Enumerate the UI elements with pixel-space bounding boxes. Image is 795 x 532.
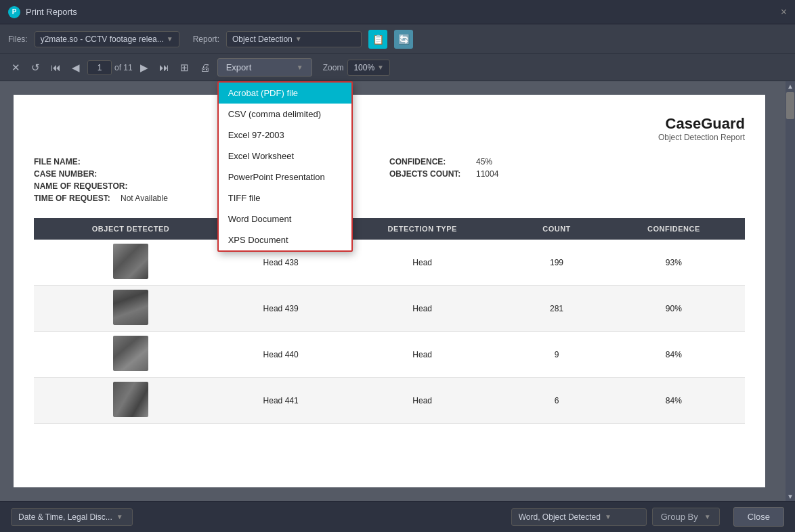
toolbar-row: ✕ ↺ ⏮ ◀ of 11 ▶ ⏭ ⊞ 🖨 Export ▼ Acrobat (… bbox=[0, 54, 795, 81]
info-objects-count: OBJECTS COUNT: 11004 bbox=[389, 168, 745, 180]
sort-chevron-icon: ▼ bbox=[605, 513, 611, 520]
sort-value: Word, Object Detected bbox=[519, 512, 601, 522]
report-value: Object Detection bbox=[232, 35, 293, 44]
report-subtitle: Object Detection Report bbox=[34, 133, 745, 142]
report-info: FILE NAME: CASE NUMBER: NAME OF REQUESTO… bbox=[34, 156, 745, 204]
table-header-row: OBJECT DETECTED NAME DETECTION TYPE COUN… bbox=[34, 218, 745, 240]
report-header: CaseGuard Object Detection Report bbox=[34, 115, 745, 142]
col-count: COUNT bbox=[511, 218, 603, 240]
window-close-button[interactable]: × bbox=[781, 7, 787, 18]
cell-type-3: Head bbox=[334, 332, 511, 378]
cell-type-2: Head bbox=[334, 286, 511, 332]
bottom-right: Word, Object Detected ▼ Group By ▼ Close bbox=[511, 507, 784, 527]
info-objectscount-label: OBJECTS COUNT: bbox=[389, 169, 471, 179]
scrollbar-thumb[interactable] bbox=[786, 92, 794, 119]
export-item-excel97[interactable]: Excel 97-2003 bbox=[219, 125, 351, 146]
close-toolbar-button[interactable]: ✕ bbox=[8, 59, 24, 76]
cell-type-1: Head bbox=[334, 240, 511, 286]
export-item-tiff[interactable]: TIFF file bbox=[219, 187, 351, 208]
cell-count-4: 6 bbox=[511, 378, 603, 424]
report-icon-btn-1[interactable]: 📋 bbox=[368, 30, 387, 49]
export-button[interactable]: Export ▼ bbox=[217, 58, 312, 76]
info-timerequest-value: Not Available bbox=[121, 194, 168, 203]
cell-count-3: 9 bbox=[511, 332, 603, 378]
page-navigation: of 11 bbox=[87, 60, 133, 75]
print-button[interactable]: 🖨 bbox=[196, 59, 213, 76]
info-casenumber-label: CASE NUMBER: bbox=[34, 169, 115, 179]
cell-thumb-1 bbox=[34, 240, 228, 286]
filter-chevron-icon: ▼ bbox=[116, 513, 123, 520]
app-icon: P bbox=[8, 6, 20, 18]
cell-thumb-2 bbox=[34, 286, 228, 332]
thumbnail-2 bbox=[113, 290, 148, 325]
export-item-ppt[interactable]: PowerPoint Presentation bbox=[219, 167, 351, 187]
thumbnail-4 bbox=[113, 382, 148, 417]
zoom-label: Zoom bbox=[323, 63, 344, 72]
table-row: Head 440 Head 9 84% bbox=[34, 332, 745, 378]
scrollbar[interactable]: ▲ ▼ bbox=[786, 81, 795, 501]
export-item-csv[interactable]: CSV (comma delimited) bbox=[219, 104, 351, 125]
cell-name-2: Head 439 bbox=[228, 286, 334, 332]
zoom-dropdown[interactable]: 100% ▼ bbox=[347, 60, 390, 76]
info-filename-label: FILE NAME: bbox=[34, 157, 115, 167]
report-label: Report: bbox=[193, 35, 219, 44]
cell-thumb-4 bbox=[34, 378, 228, 424]
cell-thumb-3 bbox=[34, 332, 228, 378]
first-page-button[interactable]: ⏮ bbox=[47, 59, 64, 76]
table-row: Head 438 Head 199 93% bbox=[34, 240, 745, 286]
bottom-left: Date & Time, Legal Disc... ▼ bbox=[11, 508, 133, 526]
export-item-pdf[interactable]: Acrobat (PDF) file bbox=[219, 83, 351, 104]
title-bar: P Print Reports × bbox=[0, 0, 795, 24]
export-item-xps[interactable]: XPS Document bbox=[219, 229, 351, 250]
info-confidence-label: CONFIDENCE: bbox=[389, 157, 471, 167]
col-object-detected: OBJECT DETECTED bbox=[34, 218, 228, 240]
cell-conf-4: 84% bbox=[603, 378, 745, 424]
sort-dropdown[interactable]: Word, Object Detected ▼ bbox=[511, 508, 647, 526]
detection-table: OBJECT DETECTED NAME DETECTION TYPE COUN… bbox=[34, 218, 745, 424]
last-page-button[interactable]: ⏭ bbox=[156, 59, 173, 76]
export-label: Export bbox=[226, 62, 252, 72]
export-dropdown[interactable]: Export ▼ Acrobat (PDF) file CSV (comma d… bbox=[217, 58, 312, 76]
group-by-button[interactable]: Group By ▼ bbox=[652, 508, 720, 526]
refresh-button[interactable]: ↺ bbox=[28, 59, 43, 76]
scroll-down-button[interactable]: ▼ bbox=[786, 491, 795, 501]
report-title: CaseGuard bbox=[34, 115, 745, 133]
close-button[interactable]: Close bbox=[733, 507, 784, 527]
export-item-word[interactable]: Word Document bbox=[219, 208, 351, 229]
zoom-value: 100% bbox=[353, 63, 374, 72]
thumbnail-3 bbox=[113, 336, 148, 371]
cell-conf-2: 90% bbox=[603, 286, 745, 332]
report-page: CaseGuard Object Detection Report FILE N… bbox=[14, 95, 765, 487]
report-chevron-icon: ▼ bbox=[295, 35, 302, 43]
next-page-button[interactable]: ▶ bbox=[137, 59, 152, 76]
filter-dropdown[interactable]: Date & Time, Legal Disc... ▼ bbox=[11, 508, 133, 526]
prev-page-button[interactable]: ◀ bbox=[68, 59, 83, 76]
files-dropdown[interactable]: y2mate.so - CCTV footage relea... ▼ bbox=[35, 31, 179, 47]
col-confidence: CONFIDENCE bbox=[603, 218, 745, 240]
page-of: of 11 bbox=[114, 63, 133, 72]
scroll-up-button[interactable]: ▲ bbox=[786, 81, 795, 91]
export-chevron-icon: ▼ bbox=[297, 64, 303, 71]
info-timerequest-label: TIME OF REQUEST: bbox=[34, 194, 115, 203]
view-icon-button[interactable]: ⊞ bbox=[177, 59, 192, 76]
table-body: Head 438 Head 199 93% Head 439 Head 281 … bbox=[34, 240, 745, 424]
info-requestor-label: NAME OF REQUESTOR: bbox=[34, 181, 127, 191]
report-dropdown[interactable]: Object Detection ▼ bbox=[226, 31, 362, 47]
cell-conf-3: 84% bbox=[603, 332, 745, 378]
info-objectscount-value: 11004 bbox=[476, 169, 498, 179]
cell-name-3: Head 440 bbox=[228, 332, 334, 378]
table-row: Head 441 Head 6 84% bbox=[34, 378, 745, 424]
bottom-bar: Date & Time, Legal Disc... ▼ Word, Objec… bbox=[0, 501, 795, 532]
main-content-area: CaseGuard Object Detection Report FILE N… bbox=[0, 81, 795, 501]
info-confidence: CONFIDENCE: 45% bbox=[389, 156, 745, 168]
thumbnail-1 bbox=[113, 244, 148, 279]
report-info-right: CONFIDENCE: 45% OBJECTS COUNT: 11004 bbox=[389, 156, 745, 204]
report-icon-btn-2[interactable]: 🔄 bbox=[394, 30, 413, 49]
cell-type-4: Head bbox=[334, 378, 511, 424]
cell-name-4: Head 441 bbox=[228, 378, 334, 424]
page-input[interactable] bbox=[87, 60, 112, 75]
zoom-chevron-icon: ▼ bbox=[377, 64, 384, 71]
table-header: OBJECT DETECTED NAME DETECTION TYPE COUN… bbox=[34, 218, 745, 240]
export-item-excel[interactable]: Excel Worksheet bbox=[219, 146, 351, 167]
title-bar-left: P Print Reports bbox=[8, 6, 77, 18]
